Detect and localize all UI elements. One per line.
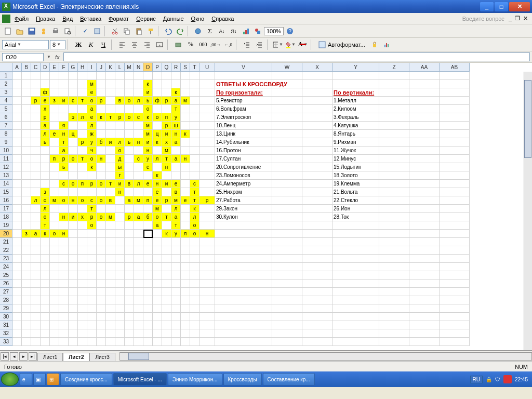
cell-V4[interactable]: 5.Резистор bbox=[215, 97, 272, 105]
cell-M30[interactable] bbox=[125, 313, 134, 321]
cell-B15[interactable] bbox=[22, 188, 31, 196]
cell-Y21[interactable] bbox=[332, 238, 379, 246]
cell-Z29[interactable] bbox=[379, 304, 409, 313]
font-name-combo[interactable]: Arial▼ bbox=[2, 40, 49, 49]
cell-V14[interactable]: 24.Амперметр bbox=[215, 180, 272, 188]
tray-icon[interactable]: 🛡 bbox=[495, 377, 500, 382]
cell-O27[interactable] bbox=[143, 288, 153, 296]
cell-A12[interactable] bbox=[12, 163, 22, 171]
vertical-scrollbar[interactable] bbox=[524, 72, 532, 350]
cell-N15[interactable] bbox=[134, 188, 143, 196]
cell-D8[interactable]: л bbox=[41, 130, 50, 138]
cell-B18[interactable] bbox=[22, 213, 31, 221]
cell-Y29[interactable] bbox=[332, 304, 379, 313]
cell-J15[interactable] bbox=[97, 188, 106, 196]
cell-L8[interactable] bbox=[115, 130, 125, 138]
cell-F7[interactable]: я bbox=[59, 122, 69, 130]
cell-N18[interactable]: а bbox=[134, 213, 143, 221]
cell-L30[interactable] bbox=[115, 313, 125, 321]
cell-M24[interactable] bbox=[125, 263, 134, 271]
column-header-Q[interactable]: Q bbox=[162, 63, 171, 72]
cell-K11[interactable] bbox=[106, 155, 115, 163]
cell-S27[interactable] bbox=[181, 288, 190, 296]
cell-AB28[interactable] bbox=[440, 296, 470, 304]
close-button[interactable]: ✕ bbox=[509, 2, 530, 11]
cell-J31[interactable] bbox=[97, 321, 106, 329]
cell-F20[interactable]: н bbox=[59, 230, 69, 238]
cell-N1[interactable] bbox=[134, 72, 143, 80]
cell-T22[interactable] bbox=[190, 246, 200, 255]
cell-Q29[interactable] bbox=[162, 304, 171, 313]
cell-C18[interactable] bbox=[31, 213, 41, 221]
cell-E15[interactable] bbox=[50, 188, 59, 196]
column-header-O[interactable]: O bbox=[143, 63, 153, 72]
menu-данные[interactable]: Данные bbox=[160, 15, 187, 23]
cell-B25[interactable] bbox=[22, 271, 31, 280]
cell-Z31[interactable] bbox=[379, 321, 409, 329]
cell-C20[interactable]: а bbox=[31, 230, 41, 238]
cell-P13[interactable]: к bbox=[153, 171, 162, 180]
print-button[interactable] bbox=[50, 25, 61, 37]
cell-W27[interactable] bbox=[272, 288, 302, 296]
cell-H28[interactable] bbox=[78, 296, 87, 304]
cell-A19[interactable] bbox=[12, 221, 22, 230]
cell-R29[interactable] bbox=[171, 304, 181, 313]
cell-F24[interactable] bbox=[59, 263, 69, 271]
cell-X23[interactable] bbox=[302, 255, 332, 263]
cell-G33[interactable] bbox=[69, 338, 78, 346]
cell-AB27[interactable] bbox=[440, 288, 470, 296]
cell-Q27[interactable] bbox=[162, 288, 171, 296]
cell-F18[interactable]: н bbox=[59, 213, 69, 221]
cell-S16[interactable]: е bbox=[181, 196, 190, 205]
cell-M11[interactable] bbox=[125, 155, 134, 163]
cell-Q4[interactable]: р bbox=[162, 97, 171, 105]
cell-AB5[interactable] bbox=[440, 105, 470, 113]
cell-AA12[interactable] bbox=[409, 163, 440, 171]
cell-E24[interactable] bbox=[50, 263, 59, 271]
cell-J2[interactable] bbox=[97, 80, 106, 88]
cell-U28[interactable] bbox=[200, 296, 215, 304]
cell-T15[interactable]: т bbox=[190, 188, 200, 196]
cell-J3[interactable] bbox=[97, 88, 106, 97]
cell-A30[interactable] bbox=[12, 313, 22, 321]
cell-K12[interactable] bbox=[106, 163, 115, 171]
cell-U32[interactable] bbox=[200, 329, 215, 338]
cell-Q15[interactable] bbox=[162, 188, 171, 196]
cell-AA1[interactable] bbox=[409, 72, 440, 80]
cell-A2[interactable] bbox=[12, 80, 22, 88]
cell-X19[interactable] bbox=[302, 221, 332, 230]
print-preview-button[interactable] bbox=[62, 25, 73, 37]
cell-X15[interactable] bbox=[302, 188, 332, 196]
cell-P12[interactable] bbox=[153, 163, 162, 171]
cell-H14[interactable]: п bbox=[78, 180, 87, 188]
cell-T26[interactable] bbox=[190, 280, 200, 288]
cell-Q25[interactable] bbox=[162, 271, 171, 280]
cell-O8[interactable]: м bbox=[143, 130, 153, 138]
cell-O21[interactable] bbox=[143, 238, 153, 246]
cell-E20[interactable]: о bbox=[50, 230, 59, 238]
fx-button[interactable]: fx bbox=[53, 54, 62, 60]
cell-P26[interactable] bbox=[153, 280, 162, 288]
increase-indent-button[interactable] bbox=[254, 39, 265, 50]
cell-A31[interactable] bbox=[12, 321, 22, 329]
menu-справка[interactable]: Справка bbox=[208, 15, 237, 23]
cell-R28[interactable] bbox=[171, 296, 181, 304]
cell-S8[interactable]: к bbox=[181, 130, 190, 138]
cell-Q9[interactable]: х bbox=[162, 138, 171, 147]
cell-A5[interactable] bbox=[12, 105, 22, 113]
cell-U24[interactable] bbox=[200, 263, 215, 271]
cell-N10[interactable] bbox=[134, 147, 143, 155]
cell-C3[interactable] bbox=[31, 88, 41, 97]
cell-I29[interactable] bbox=[87, 304, 97, 313]
cell-F13[interactable] bbox=[59, 171, 69, 180]
cell-G15[interactable] bbox=[69, 188, 78, 196]
cell-L9[interactable]: л bbox=[115, 138, 125, 147]
cell-C16[interactable]: л bbox=[31, 196, 41, 205]
cell-L18[interactable] bbox=[115, 213, 125, 221]
cell-AB6[interactable] bbox=[440, 113, 470, 122]
cell-K5[interactable] bbox=[106, 105, 115, 113]
cell-B16[interactable] bbox=[22, 196, 31, 205]
row-header-33[interactable]: 33 bbox=[0, 338, 12, 346]
cell-Z2[interactable] bbox=[379, 80, 409, 88]
cell-L13[interactable]: г bbox=[115, 171, 125, 180]
